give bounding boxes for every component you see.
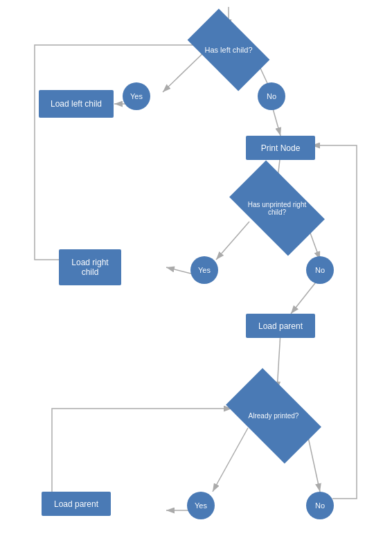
- has-unprinted-label: Has unprinted right child?: [235, 182, 319, 234]
- no-circle-3: No: [306, 492, 334, 519]
- load-right-child-label: Load right child: [66, 258, 114, 277]
- yes-2-label: Yes: [198, 266, 211, 274]
- load-parent-rect: Load parent: [246, 314, 315, 338]
- already-printed-diamond: Already printed?: [232, 390, 315, 442]
- yes-circle-2: Yes: [190, 256, 218, 284]
- yes-circle-3: Yes: [187, 492, 215, 519]
- yes-3-label: Yes: [195, 501, 207, 510]
- has-left-child-diamond: Has left child?: [193, 28, 265, 72]
- yes-circle-1: Yes: [123, 82, 150, 110]
- has-left-child-label: Has left child?: [193, 28, 265, 72]
- load-left-child-rect: Load left child: [39, 90, 114, 118]
- no-3-label: No: [315, 501, 325, 510]
- yes-1-label: Yes: [130, 92, 143, 100]
- already-printed-label: Already printed?: [232, 390, 315, 442]
- load-parent-2-rect: Load parent: [42, 492, 111, 516]
- svg-line-11: [277, 332, 280, 390]
- no-2-label: No: [315, 266, 325, 274]
- print-node-rect: Print Node: [246, 136, 315, 160]
- no-circle-1: No: [258, 82, 285, 110]
- print-node-label: Print Node: [261, 143, 301, 153]
- load-parent-label: Load parent: [258, 321, 303, 331]
- load-parent-2-label: Load parent: [54, 499, 98, 509]
- has-unprinted-diamond: Has unprinted right child?: [235, 182, 319, 234]
- load-right-child-rect: Load right child: [59, 249, 121, 285]
- load-left-child-label: Load left child: [51, 99, 102, 109]
- no-circle-2: No: [306, 256, 334, 284]
- no-1-label: No: [267, 92, 276, 100]
